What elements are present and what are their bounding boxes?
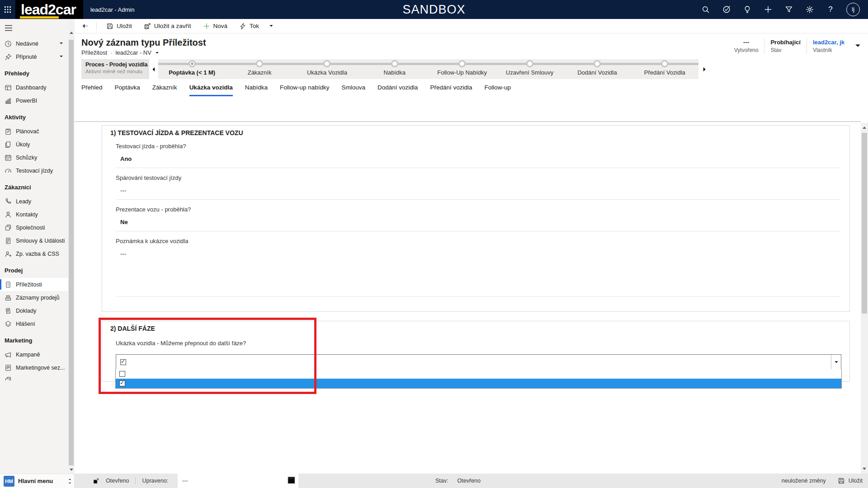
chevron-down-icon[interactable] bbox=[155, 50, 160, 55]
calendar-icon bbox=[5, 154, 12, 161]
scroll-up-arrow[interactable] bbox=[70, 32, 73, 34]
sidebar-item-kontakty[interactable]: Kontakty bbox=[0, 208, 68, 221]
sidebar-scrollbar[interactable] bbox=[68, 19, 75, 474]
scroll-up-arrow[interactable] bbox=[863, 127, 866, 129]
section-test-drive: 1) TESTOVACÍ JÍZDA & PREZENTACE VOZU Tes… bbox=[102, 125, 850, 312]
command-bar-overflow-button[interactable] bbox=[266, 22, 277, 30]
sidebar-item-schuzky[interactable]: Schůzky bbox=[0, 151, 68, 164]
process-stage-predani-vozidla[interactable]: Předání Vozidla bbox=[631, 59, 698, 79]
expand-form-button[interactable] bbox=[93, 478, 99, 484]
sidebar-item-recent[interactable]: Nedávné bbox=[0, 37, 68, 50]
dropdown-option-unchecked[interactable] bbox=[116, 369, 841, 379]
chevron-down-icon bbox=[834, 359, 839, 365]
help-button[interactable]: ? bbox=[826, 5, 835, 14]
sitemap-collapse-button[interactable] bbox=[0, 19, 68, 37]
flow-button[interactable]: Tok bbox=[234, 20, 264, 33]
combobox-dropdown-button[interactable] bbox=[831, 355, 841, 369]
process-stage-nabidka[interactable]: Nabídka bbox=[361, 59, 428, 79]
sidebar-item-pinned[interactable]: Připnuté bbox=[0, 50, 68, 63]
tab-follow-up[interactable]: Follow-up bbox=[484, 79, 511, 96]
process-info-box[interactable]: Proces - Prodej vozidla Aktivní méně než… bbox=[81, 59, 149, 79]
stage-circle[interactable] bbox=[391, 60, 398, 67]
stage-circle[interactable] bbox=[323, 60, 330, 67]
process-stage-follow-up-nabidky[interactable]: Follow-Up Nabídky bbox=[429, 59, 496, 79]
sidebar-item-prilezitosti[interactable]: Příležitosti bbox=[0, 278, 68, 291]
tab-poptavka[interactable]: Poptávka bbox=[115, 79, 140, 96]
sidebar-item-planovac[interactable]: Plánovač bbox=[0, 125, 68, 138]
field-value[interactable]: Ne bbox=[120, 219, 840, 225]
sidebar-item-smlouvy-udalosti[interactable]: Smlouvy & Události bbox=[0, 234, 68, 247]
owner-link[interactable]: lead2car, jk bbox=[813, 39, 844, 46]
process-stage-ukazka-vozidla[interactable]: Ukázka Vozidla bbox=[293, 59, 361, 79]
chevron-down-icon[interactable] bbox=[59, 41, 64, 47]
scroll-down-arrow[interactable] bbox=[70, 469, 73, 471]
process-stage-zakaznik[interactable]: Zákazník bbox=[226, 59, 293, 79]
tab-predani-vozidla[interactable]: Předání vozidla bbox=[430, 79, 472, 96]
ideas-button[interactable] bbox=[742, 5, 752, 14]
calendar-picker-button[interactable] bbox=[287, 476, 296, 486]
advisor-button[interactable] bbox=[722, 5, 731, 14]
tab-prehled[interactable]: Přehled bbox=[81, 79, 103, 96]
stage-circle[interactable] bbox=[526, 60, 533, 67]
dashboard-icon bbox=[5, 84, 12, 91]
sidebar-item-marketingove-seznamy[interactable]: Marketingové sez... bbox=[0, 361, 68, 374]
field-value[interactable]: --- bbox=[120, 250, 840, 257]
header-expand-button[interactable] bbox=[854, 42, 862, 51]
stage-circle[interactable] bbox=[256, 60, 263, 67]
modified-date-field[interactable]: --- bbox=[178, 474, 298, 488]
main-scrollbar[interactable] bbox=[861, 123, 868, 474]
process-stage-uzavreni-smlouvy[interactable]: Uzavření Smlouvy bbox=[496, 59, 563, 79]
sidebar-item-ukoly[interactable]: Úkoly bbox=[0, 138, 68, 151]
tab-dodani-vozidla[interactable]: Dodání vozidla bbox=[377, 79, 418, 96]
tab-zakaznik[interactable]: Zákazník bbox=[152, 79, 177, 96]
sidebar-item-kampane[interactable]: Kampaně bbox=[0, 348, 68, 361]
sidebar-item-zp-vazba-css[interactable]: Zp. vazba & CSS bbox=[0, 247, 68, 260]
expand-icon bbox=[93, 478, 99, 484]
stage-circle[interactable] bbox=[458, 60, 466, 67]
sidebar-item-spolecnosti[interactable]: Společnosti bbox=[0, 221, 68, 234]
stage-circle[interactable] bbox=[189, 60, 196, 67]
waffle-menu-button[interactable] bbox=[0, 0, 15, 19]
tab-ukazka-vozidla[interactable]: Ukázka vozidla bbox=[189, 79, 233, 96]
process-scroll-left-button[interactable] bbox=[149, 59, 158, 79]
scroll-down-arrow[interactable] bbox=[863, 468, 866, 470]
sidebar-item-leady[interactable]: Leady bbox=[0, 195, 68, 208]
process-stage-dodani-vozidla[interactable]: Dodání Vozidla bbox=[563, 59, 631, 79]
sidebar-scrollbar-thumb[interactable] bbox=[69, 40, 74, 465]
user-avatar[interactable]: Ij bbox=[846, 3, 860, 16]
sidebar-item-hlaseni[interactable]: Hlášení bbox=[0, 317, 68, 330]
tab-smlouva[interactable]: Smlouva bbox=[342, 79, 366, 96]
filter-button[interactable] bbox=[784, 5, 794, 14]
tab-nabidka[interactable]: Nabídka bbox=[245, 79, 268, 96]
sidebar-item-testovaci-jizdy[interactable]: Testovací jízdy bbox=[0, 164, 68, 177]
chevron-down-icon[interactable] bbox=[59, 54, 64, 60]
sidebar-item-doklady[interactable]: Doklady bbox=[0, 304, 68, 317]
dropdown-option-checked[interactable] bbox=[116, 379, 841, 388]
business-process-flow: Poptávka (< 1 M) Zákazník Ukázka Vozidla… bbox=[158, 59, 698, 79]
stage-circle[interactable] bbox=[661, 60, 668, 67]
main-scrollbar-thumb[interactable] bbox=[862, 133, 867, 314]
settings-button[interactable] bbox=[805, 5, 815, 14]
main-menu-toggle[interactable] bbox=[67, 478, 72, 485]
next-phase-combobox[interactable] bbox=[116, 354, 841, 370]
process-scroll-right-button[interactable] bbox=[699, 59, 708, 79]
back-button[interactable] bbox=[78, 20, 92, 33]
quick-create-button[interactable] bbox=[763, 5, 773, 14]
process-stage-poptavka[interactable]: Poptávka (< 1 M) bbox=[158, 59, 226, 79]
sidebar-item-zaznamy-prodeju[interactable]: Záznamy prodejů bbox=[0, 291, 68, 304]
field-value[interactable]: --- bbox=[120, 187, 840, 194]
sidebar-item-dashboardy[interactable]: Dashboardy bbox=[0, 81, 68, 94]
form-selector[interactable]: lead2car - NV bbox=[115, 49, 151, 56]
save-and-close-button[interactable]: Uložit a zavřít bbox=[139, 20, 196, 33]
save-button[interactable]: Uložit bbox=[101, 20, 137, 33]
main-menu-footer[interactable]: HM Hlavní menu bbox=[0, 474, 75, 488]
app-logo[interactable]: lead2car bbox=[15, 0, 83, 19]
tab-follow-up-nabidky[interactable]: Follow-up nabídky bbox=[280, 79, 330, 96]
stage-circle[interactable] bbox=[594, 60, 601, 67]
statusbar-save-button[interactable]: Uložit bbox=[838, 477, 863, 484]
app-label: lead2car - Admin bbox=[90, 6, 135, 13]
search-button[interactable] bbox=[701, 5, 711, 14]
sidebar-item-powerbi[interactable]: PowerBI bbox=[0, 94, 68, 107]
field-value[interactable]: Ano bbox=[120, 155, 840, 162]
new-record-button[interactable]: Nová bbox=[198, 20, 233, 33]
